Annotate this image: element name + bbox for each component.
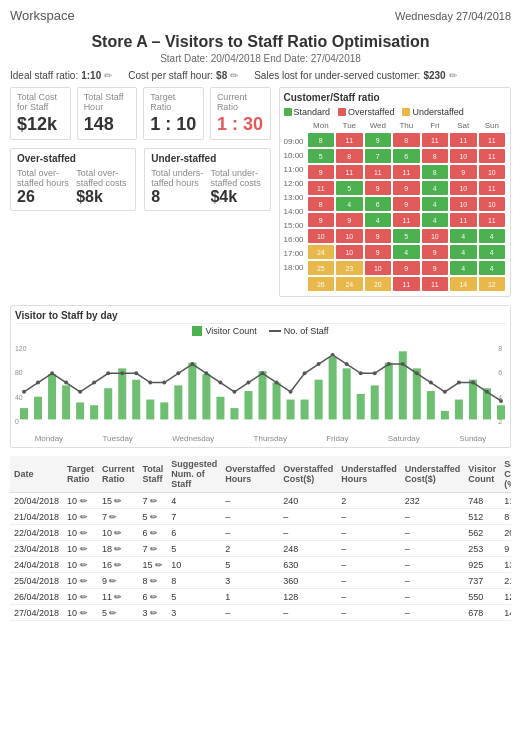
heatmap-cell: 11	[365, 165, 392, 179]
svg-rect-5	[90, 405, 98, 419]
over-staffed-box: Over-staffed Total over-staffed hours 26…	[10, 148, 136, 211]
svg-point-37	[50, 371, 54, 375]
heatmap-columns: Mon859118910242526Tue1181154910102324Wed…	[307, 121, 506, 292]
cost-edit-icon[interactable]: ✏	[230, 70, 238, 81]
svg-rect-8	[132, 380, 140, 420]
heatmap-cell: 11	[393, 277, 420, 291]
svg-point-52	[261, 371, 265, 375]
chart-section: Visitor to Staff by day Visitor Count No…	[10, 305, 511, 448]
svg-rect-23	[343, 368, 351, 419]
svg-rect-25	[371, 385, 379, 419]
svg-point-46	[176, 371, 180, 375]
svg-rect-15	[230, 408, 238, 419]
heatmap-cell: 4	[393, 245, 420, 259]
heatmap-cell: 11	[422, 277, 449, 291]
heatmap-cell: 4	[450, 229, 477, 243]
table-row: 26/04/201810 ✏11 ✏6 ✏51128––55012Well Pl…	[10, 589, 511, 605]
kpi-total-cost: Total Cost for Staff $12k	[10, 87, 71, 140]
heatmap-cell: 10	[479, 165, 506, 179]
chart-legend: Visitor Count No. of Staff	[15, 326, 506, 336]
heatmap-cell: 24	[336, 277, 363, 291]
svg-rect-16	[244, 391, 252, 419]
svg-rect-2	[48, 374, 56, 419]
svg-point-41	[106, 371, 110, 375]
table-row: 24/04/201810 ✏16 ✏15 ✏105630––92513Overs…	[10, 557, 511, 573]
svg-point-47	[190, 362, 194, 366]
heatmap-cell: 4	[479, 229, 506, 243]
heatmap-cell: 20	[365, 277, 392, 291]
heatmap-cell: 9	[365, 245, 392, 259]
kpi-total-hours: Total Staff Hour 148	[77, 87, 138, 140]
heatmap-cell: 4	[422, 213, 449, 227]
svg-point-50	[232, 390, 236, 394]
svg-rect-34	[497, 405, 505, 419]
svg-rect-3	[62, 385, 70, 419]
heatmap-cell: 6	[393, 149, 420, 163]
heatmap-cell: 11	[308, 181, 335, 195]
svg-rect-13	[202, 374, 210, 419]
data-table-section: Date Target Ratio Current Ratio Total St…	[10, 456, 511, 621]
heatmap-cell: 10	[450, 181, 477, 195]
svg-point-60	[373, 371, 377, 375]
heatmap-cell: 8	[308, 133, 335, 147]
heatmap-cell: 26	[308, 277, 335, 291]
svg-point-56	[317, 362, 321, 366]
heatmap-col-fri: Fri1188444109911	[421, 121, 450, 292]
settings-row: Ideal staff ratio: 1:10 ✏ Cost per staff…	[10, 70, 511, 81]
svg-point-42	[120, 371, 124, 375]
date-label: Wednesday 27/04/2018	[395, 10, 511, 22]
svg-rect-6	[104, 388, 112, 419]
heatmap-cell: 5	[393, 229, 420, 243]
table-row: 25/04/201810 ✏9 ✏8 ✏83360––73721Well Pla…	[10, 573, 511, 589]
svg-rect-0	[20, 408, 28, 419]
heatmap-cell: 10	[308, 229, 335, 243]
page-title-section: Store A – Visitors to Staff Ratio Optimi…	[0, 27, 521, 66]
heatmap-cell: 24	[308, 245, 335, 259]
svg-rect-1	[34, 397, 42, 420]
heatmap-cell: 4	[450, 261, 477, 275]
svg-text:8: 8	[498, 345, 502, 352]
svg-text:80: 80	[15, 369, 23, 376]
heatmap-cell: 11	[479, 181, 506, 195]
heatmap-cell: 11	[479, 213, 506, 227]
heatmap-cell: 8	[422, 165, 449, 179]
heatmap-hour-labels: 09:00 10:00 11:00 12:00 13:00 14:00 15:0…	[284, 121, 307, 292]
heatmap-cell: 9	[393, 261, 420, 275]
svg-rect-22	[329, 357, 337, 419]
svg-point-59	[359, 371, 363, 375]
data-table: Date Target Ratio Current Ratio Total St…	[10, 456, 511, 621]
heatmap-cell: 14	[450, 277, 477, 291]
sales-lost-edit-icon[interactable]: ✏	[449, 70, 457, 81]
svg-rect-27	[399, 351, 407, 419]
svg-rect-17	[258, 371, 266, 419]
svg-rect-14	[216, 397, 224, 420]
svg-point-57	[331, 353, 335, 357]
sales-lost-setting: Sales lost for under-served customer: $2…	[254, 70, 456, 81]
svg-rect-9	[146, 400, 154, 420]
svg-rect-10	[160, 402, 168, 419]
heatmap-cell: 4	[479, 261, 506, 275]
svg-rect-21	[315, 380, 323, 420]
heatmap-cell: 11	[450, 213, 477, 227]
svg-rect-20	[301, 400, 309, 420]
cost-per-hour-setting: Cost per staff hour: $8 ✏	[128, 70, 238, 81]
svg-rect-30	[441, 411, 449, 420]
svg-point-36	[36, 381, 40, 385]
heatmap-cell: 10	[479, 197, 506, 211]
heatmap-cell: 10	[336, 229, 363, 243]
under-staffed-box: Under-staffed Total unders-taffed hours …	[144, 148, 270, 211]
svg-rect-31	[455, 400, 463, 420]
svg-rect-24	[357, 394, 365, 420]
table-row: 27/04/201810 ✏5 ✏3 ✏3––––67814Understaff…	[10, 605, 511, 621]
heatmap-col-sat: Sat1110910101144414	[449, 121, 478, 292]
svg-point-67	[471, 381, 475, 385]
svg-point-40	[92, 381, 96, 385]
heatmap-col-wed: Wed9711964991020	[364, 121, 393, 292]
main-content: Ideal staff ratio: 1:10 ✏ Cost per staff…	[0, 66, 521, 625]
svg-point-54	[289, 390, 293, 394]
heatmap-cell: 9	[393, 181, 420, 195]
svg-text:120: 120	[15, 345, 27, 352]
heatmap-cell: 9	[422, 261, 449, 275]
ideal-ratio-edit-icon[interactable]: ✏	[104, 70, 112, 81]
chart-area: 120804008642	[15, 340, 506, 432]
